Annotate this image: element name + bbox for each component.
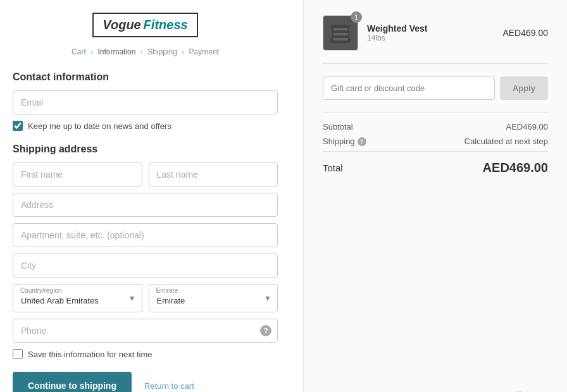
save-info-checkbox[interactable]	[13, 349, 23, 359]
product-name: Weighted Vest	[367, 23, 494, 34]
newsletter-row: Keep me up to date on news and offers	[13, 121, 278, 131]
svg-rect-4	[328, 28, 332, 39]
apt-field[interactable]	[13, 223, 278, 247]
phone-field[interactable]	[13, 319, 278, 343]
breadcrumb-cart[interactable]: Cart	[72, 47, 86, 56]
return-to-cart-link[interactable]: Return to cart	[144, 381, 194, 391]
logo: Vogue Fitness	[92, 13, 197, 37]
subtotal-row: Subtotal AED469.00	[323, 122, 548, 132]
emirate-select-wrapper: Emirate Emirate Abu Dhabi Dubai Sharjah …	[149, 284, 278, 312]
breadcrumb-information: Information	[97, 47, 135, 56]
product-image-wrap: 1	[323, 15, 358, 51]
summary-section: Subtotal AED469.00 Shipping ? Calculated…	[323, 113, 548, 175]
logo-fitness: Fitness	[144, 18, 188, 32]
subtotal-label: Subtotal	[323, 122, 353, 132]
product-qty-badge: 1	[351, 11, 362, 23]
address-field[interactable]	[13, 193, 278, 217]
phone-input-wrapper: ?	[13, 319, 278, 343]
email-field[interactable]	[13, 90, 278, 114]
right-panel-wrapper: 1 Weighted Vest 14lbs AED469.00 Apply Su…	[304, 0, 567, 392]
name-row	[13, 162, 278, 187]
country-select-wrapper: Country/region United Arab Emirates ▼	[13, 284, 142, 312]
subtotal-value: AED469.00	[506, 122, 549, 132]
svg-rect-3	[333, 38, 348, 40]
sep-3: ›	[182, 47, 184, 56]
total-row: Total AED469.00	[323, 151, 548, 175]
first-name-field[interactable]	[13, 162, 142, 187]
sep-1: ›	[90, 47, 93, 56]
product-info: Weighted Vest 14lbs	[367, 23, 494, 42]
phone-row: ?	[13, 319, 278, 343]
breadcrumb-payment: Payment	[189, 47, 219, 56]
sep-2: ›	[140, 47, 143, 56]
svg-rect-5	[349, 28, 353, 39]
total-label: Total	[323, 162, 343, 173]
last-name-field[interactable]	[149, 162, 278, 187]
product-price: AED469.00	[502, 28, 548, 38]
product-row: 1 Weighted Vest 14lbs AED469.00	[323, 15, 548, 64]
apply-discount-button[interactable]: Apply	[500, 77, 548, 100]
buttons-row: Continue to shipping Return to cart	[13, 372, 278, 392]
newsletter-label: Keep me up to date on news and offers	[28, 121, 171, 131]
newsletter-checkbox[interactable]	[13, 121, 23, 131]
phone-help-icon[interactable]: ?	[260, 325, 271, 336]
svg-rect-1	[333, 28, 348, 30]
product-subtitle: 14lbs	[367, 34, 494, 42]
shipping-label-wrapper: Shipping ?	[323, 137, 366, 146]
discount-row: Apply	[323, 77, 548, 100]
right-panel: 1 Weighted Vest 14lbs AED469.00 Apply Su…	[304, 0, 567, 190]
shipping-label: Shipping	[323, 137, 355, 146]
left-panel: Vogue Fitness Cart › Information › Shipp…	[0, 0, 304, 392]
shipping-section-title: Shipping address	[13, 144, 278, 155]
save-info-label: Save this information for next time	[28, 350, 153, 359]
logo-area: Vogue Fitness	[13, 13, 278, 37]
svg-rect-2	[333, 33, 348, 35]
country-select[interactable]: United Arab Emirates	[13, 284, 142, 312]
contact-section-title: Contact information	[13, 71, 278, 83]
product-image-svg	[328, 20, 353, 46]
breadcrumb-shipping: Shipping	[147, 47, 177, 56]
city-field[interactable]	[13, 254, 278, 278]
discount-input[interactable]	[323, 77, 495, 100]
emirate-select[interactable]: Emirate Abu Dhabi Dubai Sharjah Ajman Fu…	[149, 284, 278, 312]
breadcrumb: Cart › Information › Shipping › Payment	[13, 47, 278, 56]
shipping-info-icon[interactable]: ?	[358, 137, 366, 146]
total-amount: AED469.00	[483, 161, 548, 175]
shipping-value: Calculated at next step	[464, 137, 548, 146]
selects-row: Country/region United Arab Emirates ▼ Em…	[13, 284, 278, 312]
shipping-row: Shipping ? Calculated at next step	[323, 137, 548, 146]
save-info-row: Save this information for next time	[13, 349, 278, 359]
logo-vogue: Vogue	[103, 18, 140, 32]
continue-to-shipping-button[interactable]: Continue to shipping	[13, 372, 132, 392]
